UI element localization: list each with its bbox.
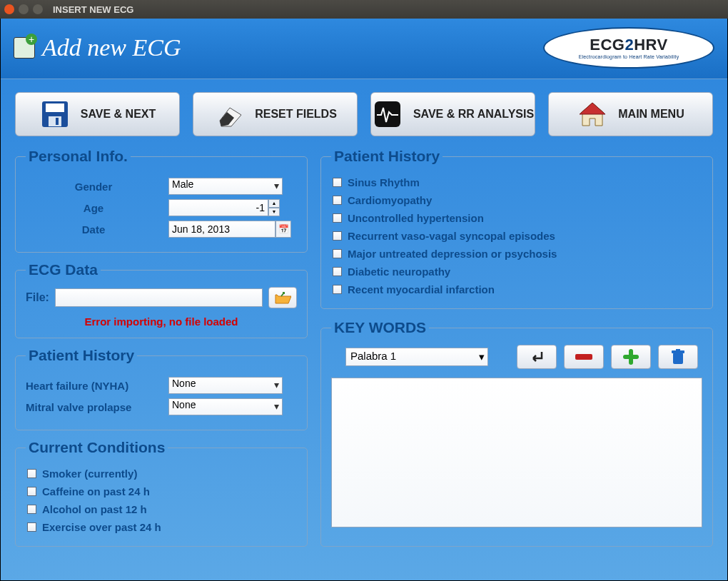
exercise-label: Exercise over past 24 h: [42, 521, 161, 533]
home-icon: [577, 98, 608, 130]
mitral-valve-label: Mitral valve prolapse: [26, 401, 161, 413]
current-conditions-group: Current Conditions Smoker (currently) Ca…: [15, 439, 308, 547]
main-menu-button[interactable]: MAIN MENU: [548, 92, 713, 136]
caffeine-label: Caffeine on past 24 h: [42, 485, 150, 497]
smoker-label: Smoker (currently): [42, 468, 137, 480]
svg-rect-3: [56, 118, 59, 125]
depression-checkbox[interactable]: [333, 249, 342, 258]
patient-history-ck-legend: Patient History: [331, 148, 443, 165]
patient-history-dropdowns-group: Patient History Heart failure (NYHA) Non…: [15, 347, 308, 430]
file-error-text: Error importing, no file loaded: [26, 315, 297, 328]
keyword-remove-button[interactable]: [564, 345, 604, 369]
add-ecg-icon: [14, 37, 35, 59]
logo-subtext: Electrocardiogram to Heart Rate Variabil…: [579, 54, 679, 59]
infarction-checkbox[interactable]: [333, 285, 342, 294]
keywords-textarea[interactable]: [331, 378, 702, 527]
ecg-icon: [372, 98, 403, 130]
svg-rect-12: [673, 353, 683, 364]
reset-button[interactable]: RESET FIELDS: [193, 92, 358, 136]
save-rr-label: SAVE & RR ANALYSIS: [413, 108, 534, 121]
gender-select[interactable]: Male: [168, 178, 283, 195]
app-window: Add new ECG ECG2HRV Electrocardiogram to…: [0, 19, 728, 581]
cardiomyopathy-label: Cardiomyopathy: [348, 194, 432, 206]
svg-rect-14: [676, 349, 680, 351]
alcohol-checkbox[interactable]: [27, 505, 36, 514]
neuropathy-label: Diabetic neuropathy: [348, 266, 450, 278]
svg-marker-8: [580, 103, 605, 114]
spin-down-icon[interactable]: ▼: [268, 208, 280, 216]
hypertension-checkbox[interactable]: [333, 213, 342, 223]
save-next-label: SAVE & NEXT: [81, 108, 156, 121]
file-label: File:: [26, 291, 49, 304]
ecg-data-legend: ECG Data: [26, 261, 101, 278]
exercise-checkbox[interactable]: [27, 522, 36, 532]
spin-up-icon[interactable]: ▲: [268, 199, 280, 208]
svg-rect-1: [46, 103, 64, 112]
logo: ECG2HRV Electrocardiogram to Heart Rate …: [543, 27, 714, 69]
patient-history-dd-legend: Patient History: [26, 347, 137, 364]
alcohol-label: Alcohol on past 12 h: [42, 503, 147, 515]
patient-history-checkboxes-group: Patient History Sinus Rhythm Cardiomyopa…: [320, 148, 713, 309]
reset-label: RESET FIELDS: [255, 108, 337, 121]
age-input[interactable]: [168, 199, 268, 216]
age-label: Age: [26, 202, 161, 214]
keywords-legend: KEY WORDS: [331, 319, 429, 336]
hypertension-label: Uncontrolled hypertension: [348, 212, 484, 224]
trash-icon: [671, 348, 685, 365]
keyword-add-button[interactable]: [611, 345, 651, 369]
folder-open-icon: [274, 290, 291, 305]
save-rr-button[interactable]: SAVE & RR ANALYSIS: [370, 92, 535, 136]
browse-button[interactable]: [268, 287, 297, 308]
vaso-vagal-checkbox[interactable]: [333, 231, 342, 241]
date-input[interactable]: [168, 221, 275, 238]
sinus-rhythm-label: Sinus Rhythm: [348, 176, 420, 188]
maximize-icon[interactable]: [33, 4, 43, 14]
current-conditions-legend: Current Conditions: [26, 439, 168, 456]
logo-text: ECG2HRV: [590, 37, 668, 53]
sinus-rhythm-checkbox[interactable]: [333, 178, 342, 187]
infarction-label: Recent myocardial infarction: [348, 283, 495, 295]
gender-label: Gender: [26, 181, 161, 193]
heart-failure-select[interactable]: None: [168, 377, 283, 394]
heart-failure-label: Heart failure (NYHA): [26, 380, 161, 392]
date-label: Date: [26, 223, 161, 236]
ecg-data-group: ECG Data File: Error importing, no file …: [15, 261, 308, 338]
minus-icon: [575, 353, 593, 360]
personal-info-legend: Personal Info.: [26, 148, 131, 165]
calendar-icon[interactable]: 📅: [275, 221, 291, 238]
keyword-delete-button[interactable]: [658, 345, 698, 369]
save-next-button[interactable]: SAVE & NEXT: [15, 92, 180, 136]
svg-rect-9: [575, 354, 592, 360]
eraser-icon: [213, 98, 245, 130]
keyword-select[interactable]: Palabra 1: [345, 348, 488, 366]
age-spinner[interactable]: ▲▼: [168, 199, 280, 216]
neuropathy-checkbox[interactable]: [333, 267, 342, 276]
caffeine-checkbox[interactable]: [27, 487, 36, 496]
floppy-icon: [39, 98, 71, 130]
toolbar: SAVE & NEXT RESET FIELDS SAVE & RR ANALY…: [1, 79, 727, 142]
smoker-checkbox[interactable]: [27, 469, 36, 478]
file-path-input[interactable]: [55, 288, 263, 307]
mitral-valve-select[interactable]: None: [168, 398, 283, 415]
cardiomyopathy-checkbox[interactable]: [333, 196, 342, 205]
minimize-icon[interactable]: [19, 4, 29, 14]
vaso-vagal-label: Recurrent vaso-vagal syncopal episodes: [348, 230, 555, 242]
keywords-group: KEY WORDS Palabra 1: [320, 319, 713, 547]
window-title: INSERT NEW ECG: [53, 4, 133, 15]
window-titlebar: INSERT NEW ECG: [0, 0, 728, 19]
close-icon[interactable]: [4, 4, 14, 14]
main-menu-label: MAIN MENU: [618, 108, 684, 121]
svg-rect-2: [49, 116, 61, 126]
personal-info-group: Personal Info. Gender Male Age ▲▼ Date: [15, 148, 308, 253]
depression-label: Major untreated depression or psychosis: [348, 248, 557, 260]
enter-icon: [529, 350, 545, 364]
svg-rect-11: [623, 355, 639, 359]
header: Add new ECG ECG2HRV Electrocardiogram to…: [1, 19, 727, 79]
plus-icon: [622, 348, 639, 365]
keyword-enter-button[interactable]: [517, 345, 557, 369]
page-title: Add new ECG: [42, 34, 181, 61]
